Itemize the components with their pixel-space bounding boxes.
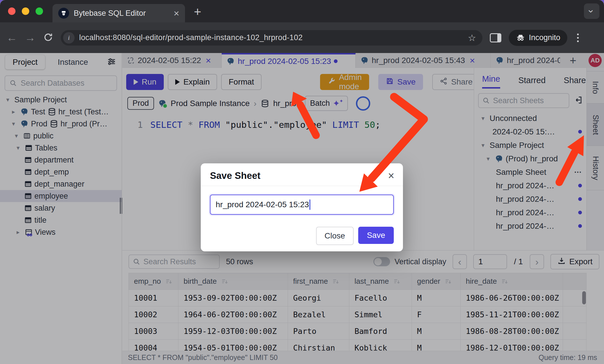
import-sheet-icon[interactable] (573, 95, 583, 106)
caret-down-icon[interactable]: ▾ (3, 96, 12, 103)
next-page-button[interactable]: › (530, 254, 544, 269)
modal-save-button[interactable]: Save (358, 227, 394, 244)
prev-page-button[interactable]: ‹ (453, 254, 467, 269)
format-button[interactable]: Format (221, 74, 262, 90)
instance-name[interactable]: Prod Sample Instance (171, 99, 250, 108)
export-button[interactable]: Export (550, 254, 599, 269)
tab-sheet[interactable]: Sheet (587, 103, 604, 146)
avatar[interactable]: AD (589, 54, 602, 67)
tab-share[interactable]: Share (564, 76, 586, 89)
unlink-icon (127, 56, 135, 64)
fullscreen-window-button[interactable] (36, 7, 43, 15)
tree-item-test-hr-test[interactable]: ▸ Test hr_test (Test… (0, 106, 122, 118)
caret-right-icon[interactable]: ▸ (9, 108, 18, 115)
tree-item-dept-emp[interactable]: dept_emp (0, 166, 122, 178)
tree-item-employee[interactable]: employee (0, 190, 122, 202)
caret-down-icon[interactable]: ▾ (9, 120, 18, 127)
bookmark-star-icon[interactable]: ☆ (468, 32, 476, 43)
sheet-group-sample-project[interactable]: ▾ Sample Project (474, 138, 587, 152)
tab-project[interactable]: Project (5, 55, 45, 69)
sheet-item[interactable]: hr_prod 2024-… (474, 192, 587, 206)
site-info-icon[interactable]: i (63, 32, 75, 44)
new-tab-button[interactable]: + (194, 5, 201, 19)
reload-icon[interactable] (43, 32, 53, 44)
column-header-last-name[interactable]: last_name (349, 273, 412, 290)
column-header-gender[interactable]: gender (412, 273, 461, 290)
sheet-item[interactable]: hr_prod 2024-… (474, 179, 587, 192)
tab-info[interactable]: Info (587, 71, 604, 104)
page-number-input[interactable]: 1 (473, 254, 507, 269)
column-header-hire-date[interactable]: hire_date (461, 273, 563, 290)
database-name[interactable]: hr_prod (273, 99, 301, 108)
filter-icon[interactable] (107, 57, 116, 68)
editor-tab-4[interactable]: hr_prod 2024-0 (491, 53, 565, 68)
tree-item-sample-project[interactable]: ▾ Sample Project (0, 94, 122, 106)
caret-down-icon[interactable]: ▾ (479, 115, 487, 122)
run-button[interactable]: Run (126, 74, 164, 90)
editor-tab-active[interactable]: hr_prod 2024-02-05 15:23 (222, 53, 356, 68)
column-header-birth-date[interactable]: birth_date (178, 273, 288, 290)
caret-down-icon[interactable]: ▾ (12, 132, 21, 139)
address-bar[interactable]: i localhost:8080/sql-editor/prod-sample-… (61, 30, 482, 46)
sort-icon[interactable] (501, 277, 509, 285)
editor-tab-unsaved[interactable]: 2024-02-05 15:22 × (122, 53, 222, 68)
sheet-item[interactable]: hr_prod 2024-… (474, 206, 587, 219)
search-databases-input[interactable]: Search Databases (5, 75, 117, 91)
column-header-emp-no[interactable]: emp_no (129, 273, 178, 290)
close-tab-icon[interactable]: × (206, 55, 211, 66)
tab-instance[interactable]: Instance (58, 58, 88, 67)
caret-down-icon[interactable]: ▾ (479, 142, 487, 149)
search-results-input[interactable]: Search Results (128, 255, 220, 269)
caret-down-icon[interactable]: ▾ (14, 144, 22, 151)
sheet-item[interactable]: hr_prod 2024-… (474, 219, 587, 233)
sort-icon[interactable] (332, 277, 340, 285)
close-tab-icon[interactable]: × (174, 8, 179, 18)
tree-item-tables[interactable]: ▾ Tables (0, 142, 122, 154)
tree-item-salary[interactable]: salary (0, 202, 122, 214)
tree-item-dept-manager[interactable]: dept_manager (0, 178, 122, 190)
sort-icon[interactable] (444, 277, 452, 285)
column-header-first-name[interactable]: first_name (288, 273, 349, 290)
sort-icon[interactable] (221, 277, 229, 285)
close-icon[interactable]: × (388, 170, 394, 181)
caret-down-icon[interactable]: ▾ (484, 155, 492, 162)
save-sheet-button[interactable]: Save (378, 74, 423, 90)
database-sidebar: Project Instance Search Databases ▾ Samp… (0, 53, 122, 364)
editor-tab-3[interactable]: hr_prod 2024-02-05 15:43 × (356, 53, 491, 68)
sheet-name-input[interactable]: hr_prod 2024-02-05 15:23 (210, 195, 394, 215)
vertical-display-toggle[interactable] (373, 257, 390, 266)
tab-starred[interactable]: Starred (518, 76, 545, 89)
modal-close-button[interactable]: Close (316, 227, 354, 245)
sort-icon[interactable] (165, 277, 173, 285)
search-sheets-input[interactable]: Search Sheets (478, 93, 569, 108)
table-scrollbar[interactable] (582, 291, 586, 304)
tree-item-public-schema[interactable]: ▾ public (0, 130, 122, 142)
tab-history[interactable]: History (587, 146, 604, 190)
more-actions-icon[interactable]: ••• (574, 170, 582, 175)
batch-button[interactable]: Batch ✦✦ (305, 96, 348, 111)
tree-item-title[interactable]: title (0, 214, 122, 226)
tree-item-prod-hr-prod[interactable]: ▾ Prod hr_prod (Pr… (0, 118, 122, 130)
sheet-group-prod-hr-prod[interactable]: ▾ (Prod) hr_prod (474, 152, 587, 165)
back-icon[interactable]: ← (6, 32, 17, 44)
explain-button[interactable]: Explain (168, 74, 217, 90)
sheet-item-sample-sheet[interactable]: Sample Sheet ••• (474, 165, 587, 179)
new-query-tab-button[interactable]: + (565, 53, 581, 68)
sheet-group-unconnected[interactable]: ▾ Unconnected (474, 111, 587, 125)
caret-right-icon[interactable]: ▸ (14, 229, 22, 236)
forward-icon[interactable]: → (25, 32, 36, 44)
minimize-window-button[interactable] (22, 7, 29, 15)
tab-mine[interactable]: Mine (482, 74, 500, 89)
close-window-button[interactable] (8, 7, 15, 15)
sort-icon[interactable] (393, 277, 401, 285)
browser-tab[interactable]: Bytebase SQL Editor × (52, 4, 185, 22)
admin-mode-button[interactable]: Admin mode (320, 74, 369, 90)
sidebar-resize-handle[interactable] (120, 198, 122, 214)
side-panel-icon[interactable] (490, 33, 501, 42)
tree-item-department[interactable]: department (0, 154, 122, 166)
tree-item-views[interactable]: ▸ Views (0, 226, 122, 238)
tab-search-button[interactable]: › (584, 3, 599, 19)
browser-menu-icon[interactable] (575, 34, 581, 42)
close-tab-icon[interactable]: × (469, 55, 475, 66)
sheet-item[interactable]: 2024-02-05 15:… (474, 125, 587, 138)
